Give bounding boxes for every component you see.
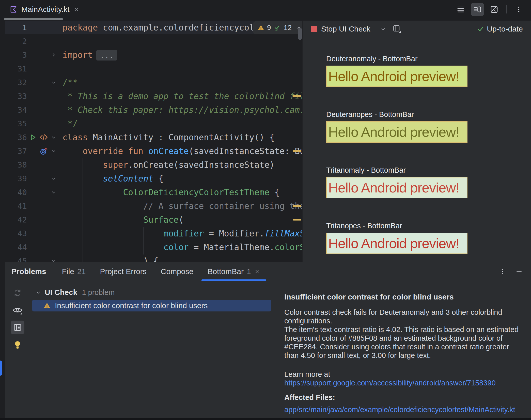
line-number: 2: [5, 37, 27, 46]
problems-tab-strip: Problems File21Project ErrorsComposeBott…: [5, 262, 531, 281]
gutter: [27, 175, 59, 182]
line-number: 39: [5, 174, 27, 183]
code-line: 35 */: [5, 117, 302, 130]
toolbar-divider: [506, 5, 507, 13]
detail-body-1: Color contrast check fails for Deuterano…: [284, 308, 521, 325]
code-line: 37 override fun onCreate(savedInstanceSt…: [5, 144, 302, 158]
code-line: 40 ColorDeficiencyColorTestTheme {: [5, 185, 302, 199]
line-number: 44: [5, 243, 27, 252]
line-number: 32: [5, 78, 27, 87]
chevron-down-icon[interactable]: [50, 189, 57, 196]
code-text: setContent {: [59, 174, 163, 184]
tool-window-stripe: [0, 20, 5, 420]
code-text: * Check this paper: https://vision.psych…: [59, 105, 302, 115]
gutter: [27, 133, 59, 142]
preview-item: Deuteranomaly - BottomBarHello Android p…: [326, 55, 531, 87]
chevron-down-icon[interactable]: [50, 134, 57, 141]
tab-file[interactable]: File21: [55, 262, 93, 281]
chevron-right-icon[interactable]: [50, 52, 57, 58]
design-view-button[interactable]: [488, 3, 501, 16]
ui-check-group-row[interactable]: UI Check 1 problem: [32, 288, 277, 297]
code-text: * This is a demo app to test the colorbl…: [59, 91, 302, 101]
code-text: modifier = Modifier.fillMaxSize(),: [59, 229, 302, 238]
chevron-down-icon[interactable]: [50, 79, 57, 86]
editor-scrollbar-thumb[interactable]: [298, 28, 302, 40]
editor-mode-toolbar: [454, 0, 525, 19]
affected-files-label: Affected Files:: [284, 393, 521, 402]
android-studio-window: MainActivity.kt 1package com.exa: [0, 0, 531, 420]
tab-project-errors[interactable]: Project Errors: [93, 262, 153, 281]
code-line: 3import...: [5, 48, 302, 62]
preview-layout-icon[interactable]: [392, 24, 401, 34]
warning-triangle-icon: [257, 24, 264, 31]
line-number: 45: [5, 256, 27, 262]
panel-options-kebab-icon[interactable]: [498, 268, 506, 275]
affected-file-link[interactable]: app/src/main/java/com/example/colordefic…: [284, 405, 515, 414]
code-view-button[interactable]: [454, 3, 467, 16]
code-line: 43 modifier = Modifier.fillMaxSize(),: [5, 227, 302, 240]
code-line: 2: [5, 34, 302, 48]
detail-title: Insufficient color contrast for color bl…: [284, 293, 521, 301]
stop-ui-check-button[interactable]: Stop UI Check: [311, 25, 370, 33]
preview-render: Hello Android preview!: [326, 66, 467, 87]
stop-options-chevron-icon[interactable]: [380, 25, 387, 33]
problems-toolbar: [5, 281, 30, 418]
warning-triangle-icon: [43, 302, 51, 309]
chevron-down-icon[interactable]: [50, 258, 57, 262]
editor-options-kebab-icon[interactable]: [512, 3, 525, 16]
preview-item: Deuteranopes - BottomBarHello Android pr…: [326, 110, 531, 143]
ui-check-preview-panel: Stop UI Check Up-to-date Deuteranomaly -…: [303, 21, 531, 262]
line-number: 36: [5, 133, 27, 142]
problems-tool-window: Problems File21Project ErrorsComposeBott…: [5, 262, 531, 418]
gutter: [27, 79, 59, 86]
compose-icon[interactable]: [39, 133, 48, 142]
passed-count[interactable]: 12: [284, 24, 292, 32]
group-label: UI Check: [45, 288, 77, 297]
code-line: 32/**: [5, 76, 302, 89]
up-to-date-label: Up-to-date: [487, 25, 523, 33]
tab-close-icon[interactable]: [254, 268, 260, 275]
code-line: 33 * This is a demo app to test the colo…: [5, 89, 302, 103]
line-number: 33: [5, 92, 27, 101]
line-number: 1: [5, 23, 27, 32]
preview-label: Deuteranomaly - BottomBar: [326, 55, 531, 63]
preview-text: Hello Android preview!: [327, 68, 459, 84]
chevron-down-icon[interactable]: [50, 175, 57, 182]
code-line: 38 super.onCreate(savedInstanceState): [5, 158, 302, 172]
preview-label: Deuteranopes - BottomBar: [326, 110, 531, 119]
code-text: */: [59, 119, 78, 129]
editor-tab-mainactivity[interactable]: MainActivity.kt: [6, 0, 84, 19]
warning-count[interactable]: 9: [267, 24, 271, 32]
stop-ui-check-label: Stop UI Check: [321, 25, 370, 33]
line-number: 37: [5, 146, 27, 156]
minimize-icon[interactable]: [515, 268, 523, 275]
run-icon[interactable]: [29, 133, 37, 141]
refresh-icon[interactable]: [11, 286, 24, 300]
quick-fix-lightbulb-icon[interactable]: [11, 338, 24, 352]
code-editor[interactable]: 1package com.example.colordeficiencycolo…: [5, 21, 302, 262]
tab-close-icon[interactable]: [73, 6, 80, 12]
split-view-button[interactable]: [471, 3, 484, 16]
group-chevron-down-icon[interactable]: [35, 289, 42, 296]
gutter: [27, 189, 59, 196]
override-icon[interactable]: [40, 147, 48, 155]
header-divider: [375, 25, 375, 33]
open-preview-details-icon[interactable]: [11, 321, 24, 334]
inspections-widget[interactable]: 9 12: [253, 21, 302, 34]
stop-icon: [311, 26, 317, 32]
tab-bottombar[interactable]: BottomBar1: [200, 262, 267, 281]
code-text: import...: [59, 50, 117, 60]
preview-text: Hello Android preview!: [327, 180, 459, 196]
code-text: override fun onCreate(savedInstanceState…: [59, 146, 302, 156]
preview-render: Hello Android preview!: [326, 233, 467, 254]
tab-compose[interactable]: Compose: [154, 262, 200, 281]
problem-row-selected[interactable]: Insufficient color contrast for color bl…: [32, 300, 271, 311]
view-options-eye-icon[interactable]: [11, 303, 24, 317]
learn-more-link[interactable]: https://support.google.com/accessibility…: [284, 379, 496, 387]
chevron-down-icon[interactable]: [50, 148, 57, 154]
active-tool-window-indicator[interactable]: [0, 361, 2, 376]
code-text: super.onCreate(savedInstanceState): [59, 160, 274, 170]
preview-text: Hello Android preview!: [327, 124, 459, 140]
status-bar-edge: [0, 418, 531, 420]
gutter: [27, 52, 59, 58]
